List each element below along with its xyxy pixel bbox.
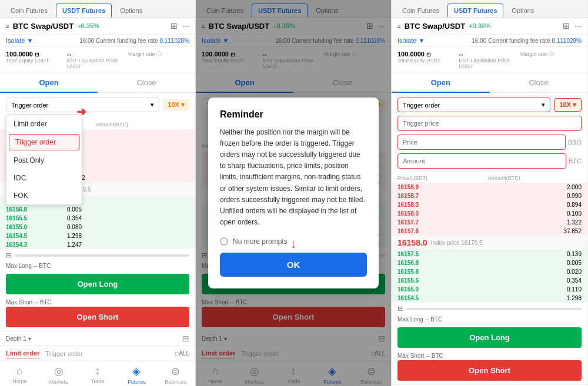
modal-arrow: ↓ [290, 236, 297, 251]
p3-ask-3[interactable]: 16158.30.894 [392, 200, 587, 209]
tab-close-3[interactable]: Close [490, 73, 588, 92]
nav-markets-1[interactable]: ◎ Markets [39, 365, 78, 385]
tab-coin-futures-1[interactable]: Coin Futures [5, 4, 54, 17]
dropdown-limit-1[interactable]: Limit order [6, 115, 82, 133]
tab-options-1[interactable]: Options [114, 4, 148, 17]
nav-home-1[interactable]: ⌂ Home [0, 365, 39, 385]
depth-select-1[interactable]: Depth 1 ▾ [6, 335, 31, 342]
all-btn-1[interactable]: □ALL [175, 350, 189, 357]
dropdown-trigger-1[interactable]: Trigger order [9, 134, 79, 150]
p3-ask-2[interactable]: 16158.70.990 [392, 192, 587, 200]
stats-row-1: 100.0000 ⊡ Total Equity USDT -- EST Liqu… [0, 47, 195, 73]
bid-row-3[interactable]: 16155.5 0.354 [0, 214, 195, 223]
leverage-badge-3[interactable]: 10X ▾ [554, 98, 582, 112]
price-input-3[interactable] [397, 135, 566, 150]
open-long-btn-1[interactable]: Open Long [6, 274, 189, 294]
order-form-3: Trigger order ▾ 10X ▾ BBO BTC [392, 93, 587, 173]
funding-rate-3: 0.111028% [552, 38, 582, 44]
nav-balances-1[interactable]: ⊜ Balances [156, 365, 195, 385]
chart-icon-1[interactable]: ⊞ [171, 21, 178, 31]
bid-price-6: 16154.3 [6, 241, 67, 248]
chart-icon-3[interactable]: ⊞ [563, 21, 570, 31]
open-long-btn-3[interactable]: Open Long [397, 327, 582, 348]
action-buttons-short-1: Open Short [0, 307, 195, 331]
nav-markets-label-1: Markets [49, 379, 68, 385]
dropdown-fok-1[interactable]: FOK [6, 187, 82, 204]
markets-icon-1: ◎ [54, 365, 64, 378]
equity-label-1: Total Equity USDT [6, 58, 67, 63]
bottom-section-1: Limit order Trigger order □ALL [0, 345, 195, 361]
tab-coin-futures-3[interactable]: Coin Futures [396, 4, 445, 17]
bid-price-4: 16155.0 [6, 224, 67, 230]
p3-bid-3[interactable]: 16155.80.020 [392, 267, 587, 276]
tab-usdt-futures-1[interactable]: USDT Futures [56, 4, 112, 17]
bid-amount-2: 0.005 [67, 206, 128, 213]
p3-bid-4[interactable]: 16155.50.354 [392, 276, 587, 285]
equity-stat-3: 100.0000 ⊡ Total Equity USDT [397, 51, 459, 69]
slider-row-3[interactable]: ⊟ [392, 303, 587, 315]
bid-row-5[interactable]: 16154.5 1.298 [0, 231, 195, 240]
slider-track-3[interactable] [406, 308, 582, 310]
p3-bid-1[interactable]: 16157.50.139 [392, 250, 587, 259]
slider-track-1[interactable] [15, 254, 189, 257]
symbol-icon-3: ≡ [397, 23, 401, 29]
p3-bid-6[interactable]: 16154.51.298 [392, 294, 587, 303]
dropdown-post-1[interactable]: Post Only [6, 152, 82, 169]
isolate-btn-3[interactable]: Isolate ▼ [397, 37, 425, 44]
open-short-btn-1[interactable]: Open Short [6, 307, 189, 327]
open-short-btn-3[interactable]: Open Short [397, 360, 582, 381]
order-type-row-1: Trigger order ▾ 10X ▾ [6, 98, 189, 112]
symbol-header-3: ≡ BTC Swap/USDT +0.36% ⊞ ··· [392, 18, 587, 35]
p3-bid-2[interactable]: 16156.80.005 [392, 259, 587, 267]
order-type-select-3[interactable]: Trigger order ▾ [397, 98, 550, 112]
p3-ask-5[interactable]: 16157.71.322 [392, 218, 587, 227]
amount-input-3[interactable] [397, 153, 566, 169]
funding-info-3: 16:00 Current funding fee rate 0.111028% [472, 38, 582, 44]
bid-amount-3: 0.354 [67, 215, 128, 221]
p3-bid-5[interactable]: 16155.00.110 [392, 285, 587, 294]
slider-row-1[interactable]: ⊟ [0, 249, 195, 261]
trade-icon-1: ↕ [95, 365, 101, 377]
margin-label-1: Margin rate ⓘ [128, 51, 189, 58]
isolate-btn-1[interactable]: Isolate ▼ [6, 37, 33, 44]
no-more-prompts-checkbox[interactable] [220, 237, 228, 246]
symbol-change-3: +0.36% [469, 22, 491, 29]
bid-row-4[interactable]: 16155.0 0.080 [0, 223, 195, 231]
tab-usdt-futures-3[interactable]: USDT Futures [447, 4, 503, 17]
tab-open-3[interactable]: Open [392, 73, 490, 93]
bottom-tab-trigger-1[interactable]: Trigger order [45, 349, 82, 358]
symbol-name-3: BTC Swap/USDT [405, 22, 465, 31]
nav-trade-1[interactable]: ↕ Trade [78, 365, 117, 385]
bottom-tab-limit-1[interactable]: Limit order [6, 348, 39, 358]
futures-icon-1: ◈ [132, 365, 141, 378]
order-type-dropdown-1: Limit order Trigger order Post Only IOC … [6, 115, 82, 205]
leverage-badge-1[interactable]: 10X ▾ [163, 99, 189, 111]
tab-close-1[interactable]: Close [98, 73, 195, 92]
nav-balances-label-1: Balances [165, 379, 186, 385]
mid-price-value-3: 16158.0 [397, 238, 427, 247]
tab-options-3[interactable]: Options [506, 4, 540, 17]
bid-row-6[interactable]: 16154.3 1.247 [0, 240, 195, 249]
nav-futures-1[interactable]: ◈ Futures [117, 365, 156, 385]
modal-ok-btn[interactable]: OK [220, 253, 367, 277]
max-short-info-1: Max Short -- BTC [0, 298, 195, 307]
order-type-label-3: Trigger order [403, 102, 440, 109]
price-table-header-3: Price(USDT) Amount(BTC) [392, 173, 587, 183]
bid-row-2[interactable]: 16156.8 0.005 [0, 205, 195, 214]
more-icon-3[interactable]: ··· [574, 21, 582, 31]
bid-amount-5: 1.298 [67, 233, 128, 239]
nav-futures-label-1: Futures [128, 379, 146, 385]
list-icon-1[interactable]: ⊟ [182, 334, 189, 343]
trigger-price-input[interactable] [397, 116, 582, 131]
liq-stat-1: -- EST Liquidation Price USDT [67, 51, 128, 69]
no-more-prompts-label: No more prompts [233, 237, 288, 246]
equity-value-1: 100.0000 ⊡ [6, 51, 67, 58]
more-icon-1[interactable]: ··· [182, 21, 189, 31]
tab-open-1[interactable]: Open [0, 73, 98, 93]
p3-ask-6[interactable]: 16157.637.852 [392, 227, 587, 236]
margin-label-3: Margin rate ⓘ [520, 51, 582, 58]
mid-price-3: 16158.0 Index price 16170.5 [392, 236, 587, 250]
dropdown-ioc-1[interactable]: IOC [6, 169, 82, 187]
p3-ask-4[interactable]: 16158.00.100 [392, 209, 587, 218]
p3-ask-1[interactable]: 16158.92.000 [392, 183, 587, 192]
